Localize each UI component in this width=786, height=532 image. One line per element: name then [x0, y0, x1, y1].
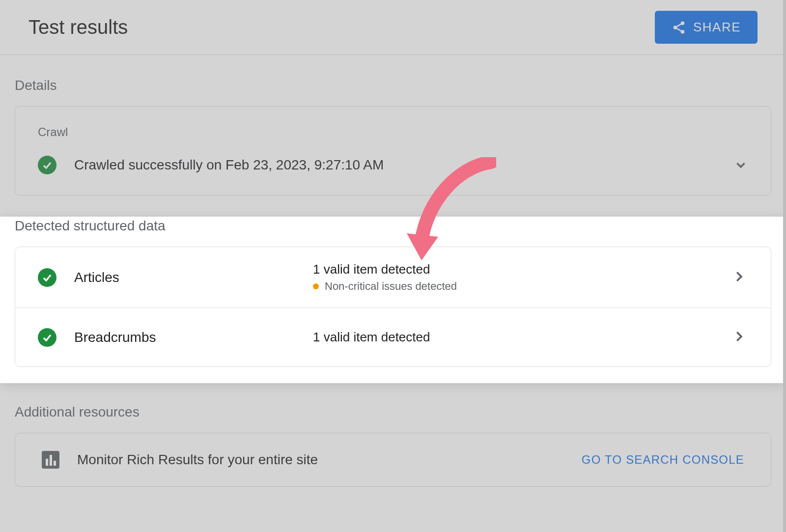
details-section: Details Crawl Crawled successfully on Fe… [0, 78, 786, 196]
page-title: Test results [28, 16, 128, 38]
svg-point-2 [681, 30, 685, 34]
share-button[interactable]: SHARE [655, 11, 758, 44]
structured-data-section: Detected structured data Articles 1 vali… [0, 218, 786, 382]
warning-dot-icon [313, 283, 319, 289]
svg-point-0 [681, 21, 685, 25]
resources-text: Monitor Rich Results for your entire sit… [77, 452, 318, 468]
structured-item-name: Breadcrumbs [74, 330, 156, 345]
structured-item-valid: 1 valid item detected [313, 330, 731, 345]
chevron-right-icon [731, 269, 746, 284]
analytics-icon [42, 451, 59, 469]
structured-row-breadcrumbs[interactable]: Breadcrumbs 1 valid item detected [15, 308, 771, 366]
chevron-right-icon [731, 329, 746, 344]
resources-section: Additional resources Monitor Rich Result… [0, 404, 786, 487]
structured-item-warning: Non-critical issues detected [313, 280, 731, 293]
header-bar: Test results SHARE [0, 0, 786, 55]
crawl-label: Crawl [38, 125, 748, 139]
svg-point-1 [674, 26, 677, 29]
go-to-search-console-link[interactable]: GO TO SEARCH CONSOLE [582, 453, 744, 467]
crawl-card: Crawl Crawled successfully on Feb 23, 20… [15, 106, 771, 196]
details-heading: Details [15, 78, 771, 93]
structured-item-name: Articles [74, 270, 119, 285]
structured-data-card: Articles 1 valid item detected Non-criti… [15, 247, 771, 367]
structured-row-articles[interactable]: Articles 1 valid item detected Non-criti… [15, 247, 771, 308]
structured-item-valid: 1 valid item detected [313, 262, 731, 277]
chevron-down-icon [733, 158, 748, 172]
share-label: SHARE [693, 20, 741, 35]
share-icon [672, 20, 686, 35]
check-icon [38, 156, 56, 174]
check-icon [38, 328, 56, 347]
check-icon [38, 268, 56, 287]
crawl-status-row[interactable]: Crawled successfully on Feb 23, 2023, 9:… [38, 156, 748, 174]
resources-card: Monitor Rich Results for your entire sit… [15, 433, 771, 487]
resources-heading: Additional resources [15, 404, 771, 420]
structured-heading: Detected structured data [15, 218, 771, 234]
crawl-status-text: Crawled successfully on Feb 23, 2023, 9:… [74, 157, 384, 173]
